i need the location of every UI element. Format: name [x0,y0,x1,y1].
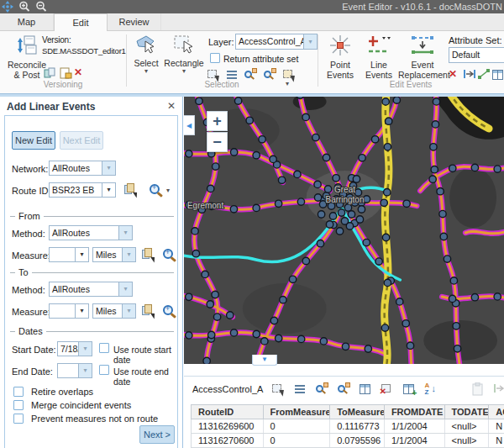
statistics-icon[interactable] [359,382,372,396]
from-measure-value[interactable] [49,247,76,262]
from-method-combo[interactable]: AllRoutes ▾ [49,225,133,240]
use-route-start-checkbox[interactable] [99,343,109,353]
zoom-in-icon[interactable] [18,1,32,13]
column-header[interactable]: TODATE [445,405,490,419]
column-header[interactable]: FromMeasure [264,405,331,419]
table-cell: 1/1/2004 [385,434,445,447]
collapse-down-icon[interactable]: ▼ [252,355,277,366]
to-unit-caret-icon[interactable]: ▾ [123,303,136,319]
rectangle-dropdown-icon[interactable]: ▾ [163,68,205,75]
network-caret-icon[interactable]: ▾ [102,161,116,176]
to-measure-pick-icon[interactable] [142,304,155,317]
event-point [375,258,382,265]
column-header[interactable]: FROMDATE [385,405,445,419]
network-value[interactable]: AllRoutes [49,161,102,176]
route-select-on-map-icon[interactable] [124,183,137,196]
to-measure-combo[interactable]: ▾ [49,303,89,319]
clear-selection-icon[interactable]: ✕ [381,382,394,396]
column-header[interactable]: ToMeasure [330,405,385,419]
event-replacement-button[interactable]: Event Replacement [398,33,447,80]
next-edit-button[interactable]: Next Edit [60,131,103,150]
prevent-measures-checkbox[interactable] [13,414,24,424]
column-header[interactable]: RouteID [192,405,264,419]
event-point [270,155,276,162]
layer-combo-value[interactable]: AccessControl_A [235,34,304,50]
to-method-caret-icon[interactable]: ▾ [119,282,133,297]
end-date-combo[interactable]: ▾ [57,363,92,378]
add-records-icon[interactable]: + [402,382,416,396]
route-id-combo[interactable]: BSR23 EB ▾ [49,182,116,198]
new-version-icon[interactable] [59,66,72,80]
point-events-button[interactable]: Point Events [321,33,360,80]
from-unit-value[interactable]: Miles [92,247,123,262]
route-zoom-icon[interactable] [150,184,160,194]
to-zoom-icon[interactable] [163,305,173,315]
map-zoom-out-button[interactable]: − [207,132,228,152]
route-id-value[interactable]: BSR23 EB [49,182,102,198]
pan-icon[interactable] [2,1,15,13]
retire-overlaps-checkbox[interactable] [13,387,24,397]
event-point [384,279,391,286]
from-unit-combo[interactable]: Miles ▾ [92,247,136,262]
to-method-value[interactable]: AllRoutes [49,282,119,297]
start-date-caret-icon[interactable]: ▾ [79,341,92,356]
table-row[interactable]: 1131626960000.11167731/1/2004<null>N [191,419,504,434]
map-view[interactable]: Egremont Great Barrington ◀ + − [184,97,504,364]
to-method-combo[interactable]: AllRoutes ▾ [49,282,133,297]
merge-coincident-option: Merge coincident events [13,400,131,410]
map-zoom-in-button[interactable]: + [207,111,228,131]
pan-to-selection-icon[interactable] [337,382,350,396]
layer-combo[interactable]: AccessControl_A ▾ [235,34,318,50]
attribute-set-value[interactable]: Default [449,47,504,63]
from-measure-caret-icon[interactable]: ▾ [76,247,89,262]
route-zoom-caret-icon[interactable]: ▾ [166,187,170,194]
select-dropdown-icon[interactable]: ▾ [129,68,163,75]
to-unit-value[interactable]: Miles [92,303,123,319]
to-measure-caret-icon[interactable]: ▾ [76,303,89,319]
line-events-button[interactable]: Line Events [361,33,396,80]
version-changes-icon[interactable] [44,66,57,80]
dates-legend: Dates [15,326,46,336]
tab-review[interactable]: Review [108,13,161,30]
delete-version-icon[interactable]: ✕ [74,66,87,80]
prevent-measures-option: Prevent measures not on route [13,414,158,424]
network-combo[interactable]: AllRoutes ▾ [49,161,116,176]
collapse-left-icon[interactable]: ◀ [184,115,195,135]
from-measure-pick-icon[interactable] [142,248,155,261]
event-point [320,338,327,345]
from-measure-combo[interactable]: ▾ [49,247,89,262]
sort-icon[interactable]: A Z ↓ [424,382,438,396]
to-measure-value[interactable] [49,303,76,319]
event-point [317,240,323,247]
zoom-out-icon[interactable] [35,1,49,13]
from-method-caret-icon[interactable]: ▾ [119,225,133,240]
attribute-set-combo[interactable]: Default [449,47,504,63]
table-menu-icon[interactable] [293,382,307,396]
end-date-caret-icon[interactable]: ▾ [79,363,92,378]
clipboard-icon[interactable] [471,382,485,396]
layer-combo-caret-icon[interactable]: ▾ [304,34,318,50]
select-records-icon[interactable] [271,382,285,396]
new-edit-button[interactable]: New Edit [12,131,55,150]
zoom-to-selection-icon[interactable] [315,382,328,396]
from-method-value[interactable]: AllRoutes [49,225,119,240]
to-unit-combo[interactable]: Miles ▾ [92,303,136,319]
tab-map[interactable]: Map [0,13,54,30]
end-date-value[interactable] [57,363,79,378]
start-date-value[interactable]: 7/18/ [57,341,79,356]
select-tool-button[interactable]: Select ▾ [129,33,163,75]
from-zoom-icon[interactable] [163,249,173,259]
from-unit-caret-icon[interactable]: ▾ [123,247,136,262]
start-date-combo[interactable]: 7/18/ ▾ [57,341,92,356]
measure-gap-toolbar-icon[interactable] [493,382,504,396]
rectangle-tool-button[interactable]: Rectangle ▾ [163,33,205,75]
route-id-caret-icon[interactable]: ▾ [102,182,116,198]
use-route-end-checkbox[interactable] [99,365,109,375]
column-header[interactable]: AC [489,405,504,419]
return-attribute-checkbox[interactable] [210,53,220,63]
merge-coincident-checkbox[interactable] [13,400,24,410]
close-icon[interactable]: ✕ [167,100,176,112]
next-button[interactable]: Next > [139,425,175,444]
table-row[interactable]: 1131627060000.07955961/1/2004<null>N [191,434,504,448]
tab-edit[interactable]: Edit [54,13,108,31]
